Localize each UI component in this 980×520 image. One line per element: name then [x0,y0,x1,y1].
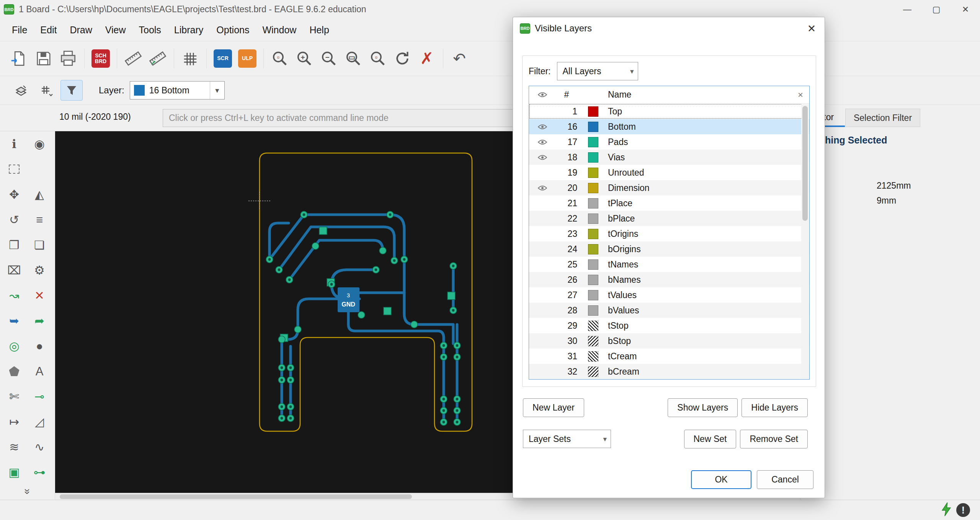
dimension-icon[interactable]: ↦ [3,411,25,433]
layer-row-bValues[interactable]: 28bValues [529,303,809,318]
autorouter-lightning-icon[interactable] [941,502,952,518]
polygon-icon[interactable] [3,360,25,382]
measure-ruler-button[interactable] [121,46,145,71]
delete-column-header[interactable]: × [792,90,809,100]
layer-visibility-eye-icon[interactable] [529,185,556,191]
split-icon[interactable]: ✄ [3,385,25,408]
menu-file[interactable]: File [5,21,34,39]
layer-row-tPlace[interactable]: 21tPlace [529,196,809,211]
save-button[interactable] [31,46,56,71]
layer-row-bNames[interactable]: 26bNames [529,272,809,287]
error-alert-icon[interactable]: ! [956,503,970,517]
cancel-button[interactable]: Cancel [757,470,813,489]
hide-layers-button[interactable]: Hide Layers [742,398,808,417]
select-marquee-icon[interactable] [3,158,25,180]
layer-row-tCream[interactable]: 31tCream [529,349,809,364]
bend-left-icon[interactable]: ➥ [3,310,25,332]
visibility-column-eye-icon[interactable] [529,92,556,98]
rotate-icon[interactable]: ↺ [3,209,25,231]
layer-list-scrollbar[interactable] [801,104,809,379]
info-icon[interactable]: ℹ [3,133,25,155]
layer-row-tStop[interactable]: 29tStop [529,318,809,333]
layer-row-Bottom[interactable]: 16Bottom [529,119,809,134]
via-icon[interactable]: ◎ [3,335,25,357]
measure-icon[interactable]: ◿ [28,411,51,433]
filter-dropdown[interactable]: All Layers ▾ [557,62,638,80]
layer-row-bCream[interactable]: 32bCream [529,364,809,379]
maximize-button[interactable]: ▢ [922,0,951,19]
layer-row-tNames[interactable]: 25tNames [529,257,809,272]
route-icon[interactable]: ↝ [3,284,25,306]
package-3d-icon[interactable]: ▣ [3,461,25,483]
new-layer-button[interactable]: New Layer [523,398,584,417]
layer-row-Vias[interactable]: 18Vias [529,150,809,165]
wrench-icon[interactable]: ⚙ [28,259,51,281]
print-button[interactable] [56,46,80,71]
paste-icon[interactable]: ❏ [28,234,51,256]
ulp-button[interactable]: ULP [235,46,260,71]
minimize-button[interactable]: — [893,0,922,19]
layer-row-tValues[interactable]: 27tValues [529,287,809,303]
undo-button[interactable]: ↶ [447,46,472,71]
grid-settings-icon[interactable] [35,80,57,101]
menu-tools[interactable]: Tools [132,21,167,39]
zoom-out-button[interactable]: − [317,46,341,71]
zoom-fit-button[interactable]: ▭ [341,46,366,71]
layer-row-bOrigins[interactable]: 24bOrigins [529,241,809,257]
layer-visibility-eye-icon[interactable] [529,124,556,130]
zoom-redraw-button[interactable]: ▫ [366,46,390,71]
menu-draw[interactable]: Draw [63,21,98,39]
bend-right-icon[interactable]: ➦ [28,310,51,332]
schematic-board-toggle-button[interactable]: SCHBRD [88,46,113,71]
text-icon[interactable]: A [28,360,51,382]
number-column-header[interactable]: # [556,90,580,100]
layer-row-Unrouted[interactable]: 19Unrouted [529,165,809,180]
tab-selection-filter[interactable]: Selection Filter [845,109,920,127]
gnd-component[interactable]: 3 GND [338,287,359,312]
pin-icon[interactable]: ⊶ [28,461,51,483]
dialog-close-icon[interactable]: ✕ [802,20,822,37]
zoom-select-button[interactable]: ▫ [268,46,292,71]
move-icon[interactable]: ✥ [3,183,25,205]
signal-icon[interactable]: ≋ [3,436,25,458]
measure-import-ruler-button[interactable] [145,46,170,71]
scrollbar-thumb[interactable] [802,106,808,221]
menu-library[interactable]: Library [168,21,210,39]
circle-icon[interactable]: ● [28,335,51,357]
refresh-button[interactable] [390,46,415,71]
show-layers-button[interactable]: Show Layers [668,398,738,417]
mirror-icon[interactable]: ◭ [28,183,51,205]
open-button[interactable] [7,46,31,71]
delete-icon[interactable]: ⌧ [3,259,25,281]
align-icon[interactable]: ≡ [28,209,51,231]
ripup-icon[interactable]: ✕ [28,284,51,306]
delete-tool-button[interactable]: ✗ [415,46,439,71]
remove-set-button[interactable]: Remove Set [740,430,808,448]
layer-visibility-eye-icon[interactable] [529,139,556,145]
layer-row-Pads[interactable]: 17Pads [529,134,809,150]
layer-row-tOrigins[interactable]: 23tOrigins [529,226,809,241]
layer-visibility-eye-icon[interactable] [529,155,556,160]
ok-button[interactable]: OK [691,470,751,489]
menu-options[interactable]: Options [210,21,256,39]
layer-dropdown[interactable]: 16 Bottom ▾ [130,81,225,99]
menu-edit[interactable]: Edit [34,21,63,39]
script-button[interactable]: SCR [211,46,235,71]
selection-filter-funnel-icon[interactable] [60,80,83,101]
copy-icon[interactable]: ❐ [3,234,25,256]
layer-row-Dimension[interactable]: 20Dimension [529,180,809,196]
layer-stack-icon[interactable] [10,80,32,101]
meander-icon[interactable]: ∿ [28,436,51,458]
menu-view[interactable]: View [99,21,132,39]
zoom-in-button[interactable]: + [292,46,317,71]
dialog-title-bar[interactable]: BRD Visible Layers [513,17,825,39]
menu-window[interactable]: Window [256,21,303,39]
name-column-header[interactable]: Name [606,90,792,100]
grid-button[interactable] [178,46,203,71]
close-button[interactable]: ✕ [951,0,980,19]
miter-icon[interactable]: ⊸ [28,385,51,408]
sidebar-collapse-chevron-icon[interactable]: » [0,486,55,497]
layer-sets-dropdown[interactable]: Layer Sets ▾ [523,430,611,448]
scrollbar-thumb[interactable] [60,494,412,499]
eye-icon[interactable]: ◉ [28,133,51,155]
